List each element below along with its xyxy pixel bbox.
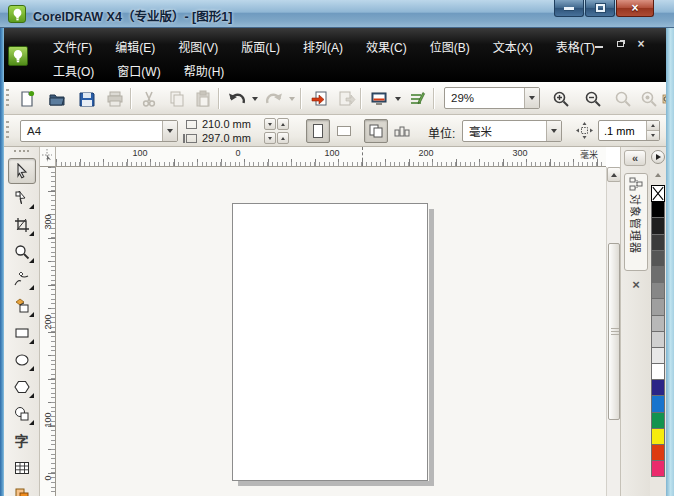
color-swatch[interactable] xyxy=(651,460,665,477)
toolbar-drag-handle[interactable] xyxy=(6,89,9,108)
save-button[interactable] xyxy=(74,86,100,111)
units-combo[interactable]: 毫米 xyxy=(462,120,562,142)
vertical-ruler[interactable]: 300 200 100 0 xyxy=(40,167,56,496)
tool-text[interactable]: 字 xyxy=(8,428,36,454)
doc-minimize-button[interactable] xyxy=(592,37,606,50)
vertical-scrollbar[interactable] xyxy=(606,167,620,496)
paper-width-spin-up[interactable] xyxy=(277,118,289,130)
export-button[interactable] xyxy=(334,86,360,111)
color-swatch[interactable] xyxy=(651,298,665,315)
tool-basic-shapes[interactable] xyxy=(8,401,36,427)
print-button[interactable] xyxy=(102,86,128,111)
menu-file[interactable]: 文件(F) xyxy=(44,35,101,58)
color-swatch[interactable] xyxy=(651,428,665,445)
application-launcher-button[interactable] xyxy=(366,86,392,111)
color-swatch[interactable] xyxy=(651,347,665,364)
redo-button[interactable] xyxy=(261,86,287,111)
import-button[interactable] xyxy=(306,86,332,111)
color-swatch[interactable] xyxy=(651,379,665,396)
tool-freehand[interactable] xyxy=(8,266,36,292)
docker-tab-object-manager[interactable]: 对象管理器 xyxy=(624,173,648,271)
color-swatch[interactable] xyxy=(651,266,665,283)
paper-height-spin-up[interactable] xyxy=(277,132,289,144)
docker-collapse-button[interactable]: « xyxy=(624,150,646,166)
paper-height-value[interactable]: 297.0 mm xyxy=(202,132,264,144)
color-swatch[interactable] xyxy=(651,234,665,251)
menu-view[interactable]: 视图(V) xyxy=(169,35,227,58)
paste-button[interactable] xyxy=(190,86,216,111)
ruler-origin[interactable] xyxy=(40,147,56,167)
palette-scroll-up-button[interactable] xyxy=(651,168,665,182)
nudge-spin-down[interactable] xyxy=(647,131,659,140)
new-document-button[interactable] xyxy=(14,86,40,111)
welcome-screen-button[interactable] xyxy=(404,86,430,111)
units-combo-arrow-icon[interactable] xyxy=(546,121,561,141)
color-swatch[interactable] xyxy=(651,201,665,218)
paper-height-spin-down[interactable] xyxy=(264,132,276,144)
open-button[interactable] xyxy=(44,86,70,111)
zoom-all-objects-button[interactable] xyxy=(636,86,662,111)
tool-smart-fill[interactable] xyxy=(8,293,36,319)
undo-button[interactable] xyxy=(224,86,250,111)
tool-ellipse[interactable] xyxy=(8,347,36,373)
zoom-out-button[interactable] xyxy=(580,86,606,111)
canvas[interactable] xyxy=(56,167,606,496)
tool-polygon[interactable] xyxy=(8,374,36,400)
paper-width-value[interactable]: 210.0 mm xyxy=(202,118,264,130)
color-swatch[interactable] xyxy=(651,282,665,299)
undo-dropdown[interactable] xyxy=(249,86,260,111)
tool-table[interactable] xyxy=(8,455,36,481)
zoom-combo-arrow-icon[interactable] xyxy=(524,88,539,108)
document-page[interactable] xyxy=(232,203,428,481)
color-swatch[interactable] xyxy=(651,217,665,234)
all-pages-layout-button[interactable] xyxy=(364,119,388,143)
current-page-layout-button[interactable] xyxy=(390,119,414,143)
redo-dropdown[interactable] xyxy=(286,86,297,111)
menu-text[interactable]: 文本(X) xyxy=(484,35,542,58)
tool-zoom[interactable] xyxy=(8,239,36,265)
doc-close-button[interactable]: × xyxy=(634,37,648,50)
menu-arrange[interactable]: 排列(A) xyxy=(294,35,352,58)
menu-tools[interactable]: 工具(O) xyxy=(44,59,103,82)
cut-button[interactable] xyxy=(136,86,162,111)
minimize-button[interactable] xyxy=(554,0,584,17)
landscape-button[interactable] xyxy=(332,119,356,143)
color-swatch[interactable] xyxy=(651,331,665,348)
tool-interactive-blend[interactable] xyxy=(8,482,36,496)
scroll-up-button[interactable] xyxy=(607,167,621,182)
nudge-offset-field[interactable]: .1 mm xyxy=(598,120,660,141)
docker-close-button[interactable]: × xyxy=(627,277,645,293)
maximize-button[interactable] xyxy=(585,0,615,17)
title-bar[interactable]: CorelDRAW X4（专业版）- [图形1] × xyxy=(0,0,674,28)
zoom-selected-button[interactable] xyxy=(610,86,636,111)
menu-layout[interactable]: 版面(L) xyxy=(232,35,289,58)
color-swatch[interactable] xyxy=(651,315,665,332)
nudge-spin-up[interactable] xyxy=(647,121,659,131)
menu-edit[interactable]: 编辑(E) xyxy=(106,35,164,58)
color-swatch[interactable] xyxy=(651,444,665,461)
horizontal-ruler[interactable]: 100 0 100 200 300 毫米 xyxy=(56,147,606,167)
palette-flyout-button[interactable] xyxy=(651,150,665,164)
paper-size-combo[interactable]: A4 xyxy=(20,120,178,142)
color-swatch[interactable] xyxy=(651,250,665,267)
zoom-level-combo[interactable]: 29% xyxy=(444,87,540,109)
portrait-button[interactable] xyxy=(306,119,330,143)
color-swatch-none[interactable] xyxy=(651,185,665,202)
toolbox-drag-handle[interactable] xyxy=(14,150,29,156)
zoom-in-button[interactable] xyxy=(548,86,574,111)
menu-window[interactable]: 窗口(W) xyxy=(108,59,169,82)
scrollbar-thumb[interactable] xyxy=(608,243,620,420)
tool-pick[interactable] xyxy=(8,158,36,184)
paper-size-combo-arrow-icon[interactable] xyxy=(162,121,177,141)
color-swatch[interactable] xyxy=(651,412,665,429)
application-launcher-dropdown[interactable] xyxy=(392,86,403,111)
menu-bitmaps[interactable]: 位图(B) xyxy=(421,35,479,58)
tool-rectangle[interactable] xyxy=(8,320,36,346)
color-swatch[interactable] xyxy=(651,395,665,412)
doc-restore-button[interactable] xyxy=(613,37,627,50)
tool-crop[interactable] xyxy=(8,212,36,238)
copy-button[interactable] xyxy=(164,86,190,111)
menu-help[interactable]: 帮助(H) xyxy=(175,59,234,82)
menu-effects[interactable]: 效果(C) xyxy=(357,35,416,58)
tool-shape[interactable] xyxy=(8,185,36,211)
